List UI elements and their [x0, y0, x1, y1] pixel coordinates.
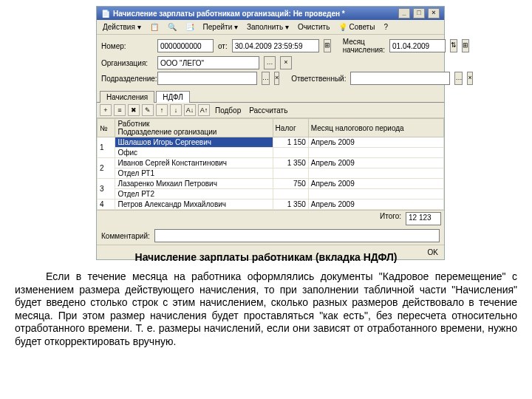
- go-menu[interactable]: Перейти ▾: [200, 21, 241, 33]
- comment-label: Комментарий:: [101, 232, 150, 240]
- comment-row: Комментарий:: [97, 227, 444, 245]
- app-icon: 📄: [101, 10, 110, 18]
- grid-calc-button[interactable]: Рассчитать: [246, 105, 290, 116]
- number-input[interactable]: [157, 39, 214, 52]
- col-n[interactable]: №: [98, 119, 115, 137]
- date-picker-button[interactable]: ⊞: [324, 39, 331, 52]
- minimize-button[interactable]: _: [398, 8, 410, 18]
- grid-add-icon[interactable]: +: [100, 104, 112, 116]
- grid-del-icon[interactable]: ✖: [128, 104, 140, 116]
- advice-button[interactable]: 💡Советы: [335, 21, 378, 33]
- month-input[interactable]: [389, 39, 446, 52]
- grid-footer: Итого: 12 123: [97, 210, 444, 227]
- doc-caption: Начисление зарплаты работникам (вкладка …: [15, 251, 517, 263]
- form-header: Номер: от: ⊞ Месяц начисления: ⇅ ⊞ Орган…: [97, 35, 444, 90]
- grid-sort2-icon[interactable]: A↑: [198, 104, 210, 116]
- close-button[interactable]: ×: [428, 8, 440, 18]
- grid-insert-icon[interactable]: ≡: [114, 104, 126, 116]
- col-tax[interactable]: Налог: [273, 119, 308, 137]
- doc-paragraph: Если в течение месяца на работника оформ…: [15, 270, 517, 348]
- table-row[interactable]: Отдел РТ1: [98, 168, 444, 179]
- grid-sort-icon[interactable]: A↓: [184, 104, 196, 116]
- resp-input[interactable]: [350, 72, 450, 85]
- table-row[interactable]: Отдел РТ2: [98, 189, 444, 200]
- titlebar: 📄 Начисление зарплаты работникам организ…: [97, 7, 444, 20]
- subdiv-label: Подразделение:: [101, 75, 153, 83]
- subdiv-select-button[interactable]: …: [262, 72, 270, 85]
- maximize-button[interactable]: □: [413, 8, 425, 18]
- total-value: 12 123: [406, 212, 441, 225]
- table-row[interactable]: 1Шалашов Игорь Сергеевич1 150Апрель 2009: [98, 137, 444, 148]
- subdiv-clear-button[interactable]: ×: [274, 72, 279, 85]
- from-label: от:: [218, 42, 228, 50]
- toolbar: Действия ▾ 📋 🔍 📑 Перейти ▾ Заполнить ▾ О…: [97, 20, 444, 35]
- month-spin-button[interactable]: ⇅: [450, 39, 457, 52]
- app-window: 📄 Начисление зарплаты работникам организ…: [96, 6, 445, 260]
- help-button[interactable]: ?: [381, 21, 391, 33]
- table-row[interactable]: 3Лазаренко Михаил Петрович750Апрель 2009: [98, 179, 444, 189]
- col-emp[interactable]: РаботникПодразделение организации: [115, 119, 273, 137]
- actions-menu[interactable]: Действия ▾: [100, 21, 144, 33]
- grid-table: № РаботникПодразделение организации Нало…: [97, 118, 444, 210]
- tool-icon-2[interactable]: 🔍: [165, 21, 180, 33]
- tab-ndfl[interactable]: НДФЛ: [156, 91, 190, 103]
- total-label: Итого:: [380, 212, 401, 225]
- tab-accruals[interactable]: Начисления: [100, 91, 154, 103]
- comment-input[interactable]: [154, 229, 440, 242]
- table-row[interactable]: 4Петров Александр Михайлович1 350Апрель …: [98, 200, 444, 210]
- date-input[interactable]: [232, 39, 319, 52]
- tool-icon-1[interactable]: 📋: [147, 21, 162, 33]
- bulb-icon: 💡: [338, 23, 347, 31]
- col-period[interactable]: Месяц налогового периода: [308, 119, 443, 137]
- subdiv-input[interactable]: [157, 72, 257, 85]
- window-title: Начисление зарплаты работникам организац…: [113, 10, 345, 18]
- resp-select-button[interactable]: …: [454, 72, 463, 85]
- grid-select-button[interactable]: Подбор: [212, 105, 244, 116]
- tool-icon-3[interactable]: 📑: [183, 21, 197, 33]
- org-label: Организация:: [101, 59, 153, 67]
- clear-button[interactable]: Очистить: [295, 21, 333, 33]
- org-clear-button[interactable]: ×: [280, 56, 292, 69]
- number-label: Номер:: [101, 42, 153, 50]
- grid-edit-icon[interactable]: ✎: [142, 104, 154, 116]
- grid-down-icon[interactable]: ↓: [170, 104, 182, 116]
- table-row[interactable]: Офис: [98, 148, 444, 158]
- grid-toolbar: + ≡ ✖ ✎ ↑ ↓ A↓ A↑ Подбор Рассчитать: [97, 103, 444, 118]
- month-picker-button[interactable]: ⊞: [462, 39, 469, 52]
- org-input[interactable]: [157, 56, 259, 69]
- resp-clear-button[interactable]: ×: [467, 72, 472, 85]
- fill-menu[interactable]: Заполнить ▾: [244, 21, 292, 33]
- month-label: Месяц начисления:: [343, 38, 385, 54]
- resp-label: Ответственный:: [291, 75, 346, 83]
- org-select-button[interactable]: …: [264, 56, 276, 69]
- tabs: Начисления НДФЛ: [97, 90, 444, 103]
- grid-up-icon[interactable]: ↑: [156, 104, 168, 116]
- table-row[interactable]: 2Иванов Сергей Константинович1 350Апрель…: [98, 158, 444, 168]
